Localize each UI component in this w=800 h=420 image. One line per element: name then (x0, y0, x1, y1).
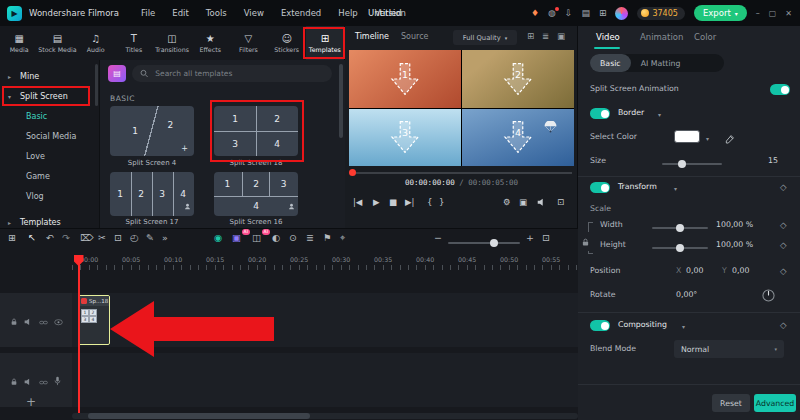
search-input[interactable] (153, 68, 324, 79)
playhead-line[interactable] (78, 255, 80, 413)
template-split-screen-4[interactable]: 1 2 + (110, 106, 194, 156)
mute-speaker-icon[interactable] (24, 371, 33, 390)
tab-color[interactable]: Color (694, 32, 716, 42)
lock-icon[interactable] (10, 311, 18, 330)
keyframe-diamond-icon[interactable]: ◇ (780, 266, 787, 276)
favorites-button[interactable]: ▤ (108, 65, 126, 82)
link-icon[interactable] (39, 311, 48, 330)
coin-balance[interactable]: 37405 (637, 7, 684, 20)
tab-stickers[interactable]: ☺ Stickers (268, 26, 306, 60)
caret-down-icon[interactable]: ▾ (658, 111, 661, 118)
microphone-icon[interactable] (54, 371, 61, 390)
eye-icon[interactable] (54, 311, 63, 330)
edit-pen-icon[interactable]: ✎ (146, 233, 154, 243)
window-close-button[interactable]: ✕ (785, 9, 792, 18)
sidebar-item-game[interactable]: Game (0, 166, 99, 186)
tab-media[interactable]: ▦ Media (0, 26, 38, 60)
tab-audio[interactable]: ♫ Audio (77, 26, 115, 60)
volume-icon[interactable] (537, 198, 547, 208)
eyedropper-icon[interactable] (724, 130, 735, 149)
zoom-in-button[interactable]: + (526, 233, 534, 243)
position-y-value[interactable]: 0,00 (732, 266, 749, 275)
speed-icon[interactable]: ◴ (130, 233, 138, 243)
device-connect-icon[interactable]: ▤ (581, 9, 590, 18)
rotate-value[interactable]: 0,00° (676, 290, 697, 299)
zoom-out-button[interactable]: − (434, 233, 442, 243)
keyframe-diamond-icon[interactable]: ◇ (780, 182, 787, 192)
gift-icon[interactable]: ♦ (531, 9, 539, 18)
compositing-toggle[interactable] (590, 320, 610, 331)
sidebar-item-basic[interactable]: Basic (0, 106, 99, 126)
audio-mixer-icon[interactable]: ≣ (306, 233, 314, 243)
next-frame-icon[interactable]: ▶| (405, 198, 414, 207)
height-slider[interactable] (652, 247, 708, 249)
tab-templates[interactable]: ⊞ Templates (306, 26, 344, 60)
advanced-button[interactable]: Advanced (754, 394, 796, 412)
menu-item-help[interactable]: Help (338, 8, 357, 18)
mask-icon[interactable]: ◐ (272, 233, 280, 243)
zoom-slider[interactable] (448, 242, 520, 244)
previous-frame-icon[interactable]: |◀ (353, 198, 362, 207)
tab-transitions[interactable]: ◫ Transitions (153, 26, 191, 60)
window-minimize-button[interactable]: – (756, 9, 760, 18)
more-tools-icon[interactable]: » (162, 233, 168, 243)
sidebar-scrollbar[interactable] (95, 64, 98, 106)
sidebar-item-social-media[interactable]: Social Media (0, 126, 99, 146)
sidebar-item-vlog[interactable]: Vlog (0, 186, 99, 206)
adjust-icon[interactable]: ≣ (542, 32, 549, 41)
keyframe-diamond-icon[interactable]: ◇ (780, 220, 787, 230)
snapshot-camera-icon[interactable]: ▣ (519, 198, 527, 207)
preview-progress-bar[interactable] (351, 172, 572, 174)
crop-icon[interactable]: ⊡ (114, 233, 122, 243)
transform-toggle[interactable] (590, 182, 610, 193)
size-slider[interactable] (662, 163, 722, 165)
split-scissors-icon[interactable]: ✂ (98, 233, 106, 243)
ai-tools-icon[interactable]: ◫ AI (252, 233, 261, 243)
template-split-screen-16[interactable]: 1 2 3 4 (214, 172, 298, 216)
motion-track-icon[interactable]: ⊙ (289, 233, 297, 243)
mute-speaker-icon[interactable] (24, 311, 33, 330)
preview-video[interactable]: 1 2 3 4 (349, 50, 574, 166)
tab-animation[interactable]: Animation (640, 32, 683, 42)
height-slider-knob[interactable] (676, 244, 684, 252)
template-split-screen-18[interactable]: 1 2 3 4 (214, 106, 298, 156)
frame-icon[interactable]: ▣ (557, 32, 565, 41)
menu-item-file[interactable]: File (141, 8, 155, 18)
link-lock-icon[interactable] (581, 232, 590, 251)
keyframe-diamond-icon[interactable]: ◇ (780, 320, 787, 330)
menu-item-view[interactable]: View (244, 8, 264, 18)
window-maximize-button[interactable]: ▢ (769, 9, 777, 18)
ruler-ticks[interactable] (72, 265, 578, 270)
width-slider[interactable] (652, 227, 708, 229)
chroma-key-icon[interactable]: ◉ (214, 233, 222, 243)
pointer-tool-icon[interactable]: ↖ (28, 233, 36, 243)
ai-portrait-icon[interactable]: ▣ AI (232, 233, 241, 243)
download-icon[interactable]: ⇩ (565, 9, 573, 18)
reset-button[interactable]: Reset (712, 394, 750, 412)
marker-icon[interactable]: ⚑ (323, 233, 332, 243)
subtab-ai-matting[interactable]: AI Matting (631, 54, 691, 72)
split-screen-animation-toggle[interactable] (770, 84, 790, 95)
notification-bell-icon[interactable]: ◍ (548, 9, 556, 18)
settings-gear-icon[interactable]: ⚙ (503, 198, 511, 207)
export-button[interactable]: Export ▾ (694, 5, 747, 21)
color-swatch[interactable] (674, 130, 700, 143)
redo-icon[interactable]: ↷ (62, 233, 70, 243)
lock-icon[interactable] (10, 371, 18, 390)
subtab-basic[interactable]: Basic (590, 54, 631, 72)
tab-stock-media[interactable]: ▤ Stock Media (38, 26, 76, 60)
audio-track-lane[interactable] (0, 353, 578, 407)
user-avatar[interactable] (615, 7, 628, 20)
menu-item-edit[interactable]: Edit (172, 8, 188, 18)
grid-view-icon[interactable]: ⊞ (527, 32, 534, 41)
mark-in-icon[interactable]: { (427, 198, 432, 207)
workspace-layout-icon[interactable]: ⊞ (599, 9, 607, 18)
zoom-fit-icon[interactable]: ⊡ (542, 233, 550, 243)
stop-icon[interactable]: ■ (389, 198, 397, 207)
tab-titles[interactable]: T Titles (115, 26, 153, 60)
keyframe-diamond-icon[interactable]: ◇ (780, 240, 787, 250)
play-icon[interactable]: ▶ (373, 198, 380, 207)
tab-effects[interactable]: ★ Effects (191, 26, 229, 60)
template-split-screen-17[interactable]: 1 2 3 4 (110, 172, 194, 216)
link-icon[interactable] (39, 371, 48, 390)
